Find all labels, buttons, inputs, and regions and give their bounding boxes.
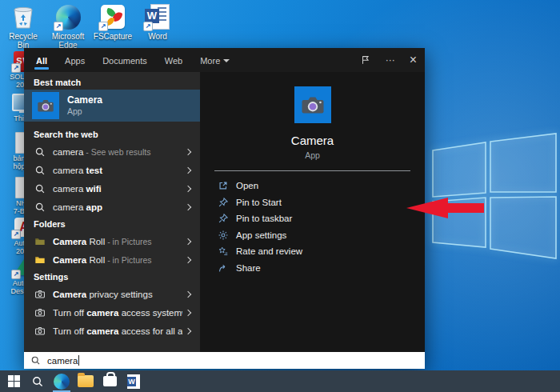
result-camera-app[interactable]: camera app (24, 198, 200, 216)
result-camera-wifi[interactable]: camera wifi (24, 179, 200, 198)
chevron-right-icon[interactable] (182, 183, 194, 194)
action-app-settings[interactable]: App settings (200, 227, 425, 244)
shortcut-arrow-icon: ↗ (54, 22, 63, 31)
best-match-result-camera[interactable]: Camera App (24, 90, 200, 122)
result-turn-off-camera-systemwide[interactable]: Turn off camera access systemwide (24, 303, 200, 322)
preview-panel: Camera App Open Pin to Start Pin to task… (200, 72, 425, 352)
desktop-icon-autocad[interactable]: A↗ AutoC2020 (2, 216, 24, 256)
word-icon: W (127, 374, 140, 389)
camera-app-icon (32, 92, 59, 119)
search-input[interactable]: camera (24, 352, 425, 369)
preview-title: Camera (291, 134, 334, 147)
search-query-text: camera (47, 356, 78, 366)
desktop-icon-nhom[interactable]: NHÓ7-BẢN (2, 176, 24, 216)
action-list: Open Pin to Start Pin to taskbar App set… (200, 178, 425, 276)
result-camera-web[interactable]: camera - See web results (24, 142, 200, 161)
search-window: All Apps Documents Web More ··· × Best m… (24, 48, 425, 369)
desktop-icons-row: Recycle Bin ↗ Microsoft Edge ↗ FSCapture… (3, 3, 178, 50)
search-icon (31, 375, 44, 388)
desktop-icon-ban-ve[interactable]: bản vẽhộp số (2, 131, 24, 171)
gear-icon (218, 230, 229, 241)
chevron-right-icon[interactable] (182, 289, 194, 300)
action-open[interactable]: Open (200, 178, 425, 194)
taskbar-search-button[interactable] (26, 370, 50, 392)
windows-start-icon (8, 375, 20, 387)
action-rate-and-review[interactable]: Rate and review (200, 243, 425, 260)
tab-documents[interactable]: Documents (102, 50, 147, 71)
tab-web[interactable]: Web (165, 50, 182, 71)
section-header-settings: Settings (24, 269, 200, 285)
search-icon (30, 355, 41, 366)
taskbar: W (0, 370, 560, 392)
taskbar-store-button[interactable] (98, 370, 122, 392)
folder-icon (34, 235, 46, 247)
start-button[interactable] (2, 370, 26, 392)
recycle-bin-icon (11, 4, 35, 30)
close-button[interactable]: × (410, 54, 417, 66)
taskbar-word-button[interactable]: W (122, 370, 146, 392)
folder-icon (34, 254, 46, 266)
shortcut-arrow-icon: ↗ (143, 22, 153, 31)
desktop: Recycle Bin ↗ Microsoft Edge ↗ FSCapture… (0, 0, 560, 392)
desktop-icon-word[interactable]: W↗ Word (138, 3, 178, 50)
best-match-subtitle: App (67, 106, 102, 117)
best-match-header: Best match (24, 75, 200, 90)
result-turn-off-camera-all-apps[interactable]: Turn off camera access for all apps (24, 322, 200, 340)
chevron-right-icon[interactable] (182, 202, 194, 213)
search-icon (34, 164, 46, 176)
tab-all[interactable]: All (36, 50, 47, 71)
action-pin-to-taskbar[interactable]: Pin to taskbar (200, 210, 425, 227)
this-pc-icon (12, 94, 24, 111)
results-column: Best match Camera App Search the web cam… (24, 72, 200, 352)
desktop-icons-left-strip: SW↗ SOLIDW2020 This P bản vẽhộp số NHÓ7-… (0, 46, 24, 370)
search-icon (34, 146, 46, 158)
document-icon (15, 177, 24, 198)
search-icon (34, 182, 46, 194)
desktop-icon-microsoft-edge[interactable]: ↗ Microsoft Edge (48, 3, 88, 50)
shortcut-arrow-icon: ↗ (98, 22, 108, 31)
chevron-right-icon[interactable] (182, 146, 194, 158)
result-camera-roll-2[interactable]: Camera Roll - in Pictures (24, 250, 200, 269)
desktop-icon-label: Microsoft Edge (48, 32, 88, 50)
feedback-button[interactable] (360, 54, 371, 66)
desktop-icon-this-pc[interactable]: This P (2, 91, 24, 122)
action-pin-to-start[interactable]: Pin to Start (200, 194, 425, 211)
desktop-icon-label: FSCapture (94, 32, 132, 41)
rate-icon (218, 246, 229, 257)
chevron-right-icon[interactable] (182, 307, 194, 318)
file-explorer-icon (78, 375, 94, 387)
shortcut-arrow-icon: ↗ (11, 270, 21, 279)
result-camera-roll-1[interactable]: Camera Roll - in Pictures (24, 232, 200, 250)
desktop-icon-label: Word (148, 32, 167, 41)
open-icon (218, 180, 229, 191)
share-icon (218, 262, 229, 274)
search-window-header: All Apps Documents Web More ··· × (24, 48, 425, 72)
more-options-button[interactable]: ··· (386, 55, 395, 65)
tab-apps[interactable]: Apps (65, 50, 85, 71)
camera-icon (34, 325, 46, 337)
result-camera-privacy-settings[interactable]: Camera privacy settings (24, 285, 200, 303)
desktop-icon-solidworks[interactable]: SW↗ SOLIDW2020 (2, 50, 24, 90)
chevron-right-icon[interactable] (182, 326, 194, 337)
shortcut-arrow-icon: ↗ (11, 230, 21, 239)
result-camera-test[interactable]: camera test (24, 161, 200, 179)
camera-icon (34, 288, 46, 300)
chevron-right-icon[interactable] (182, 236, 194, 247)
chevron-right-icon[interactable] (182, 165, 194, 176)
pin-icon (218, 197, 229, 208)
best-match-title: Camera (67, 94, 102, 106)
taskbar-file-explorer-button[interactable] (74, 370, 98, 392)
desktop-icon-autodesk[interactable]: ↗ AutodeDesktop (2, 256, 24, 296)
desktop-icon-recycle-bin[interactable]: Recycle Bin (3, 3, 43, 50)
search-icon (34, 201, 46, 213)
pin-icon (218, 213, 229, 224)
preview-subtitle: App (305, 150, 320, 160)
camera-app-icon-large (294, 86, 331, 123)
desktop-icon-fscapture[interactable]: ↗ FSCapture (93, 3, 133, 50)
action-share[interactable]: Share (200, 260, 425, 277)
taskbar-edge-button[interactable] (50, 370, 74, 392)
section-header-search-the-web: Search the web (24, 126, 200, 142)
divider (214, 170, 410, 171)
chevron-right-icon[interactable] (182, 254, 194, 266)
tab-more[interactable]: More (200, 50, 230, 71)
